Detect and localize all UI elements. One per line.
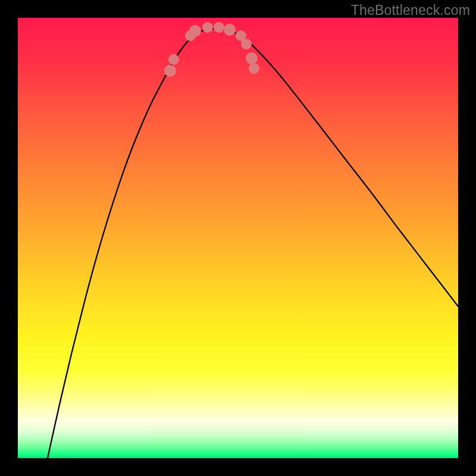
marker-point <box>214 22 224 33</box>
marker-point <box>249 63 259 74</box>
marker-group <box>164 22 259 77</box>
marker-point <box>189 25 201 37</box>
marker-point <box>241 39 252 49</box>
marker-point <box>164 65 176 77</box>
chart-frame: TheBottleneck.com <box>0 0 476 476</box>
marker-point <box>168 54 179 65</box>
bottleneck-curve <box>48 29 458 458</box>
marker-point <box>202 22 213 33</box>
plot-area <box>18 18 458 458</box>
marker-point <box>224 24 236 36</box>
curve-layer <box>18 18 458 458</box>
marker-point <box>246 52 258 64</box>
watermark-text: TheBottleneck.com <box>351 2 470 18</box>
